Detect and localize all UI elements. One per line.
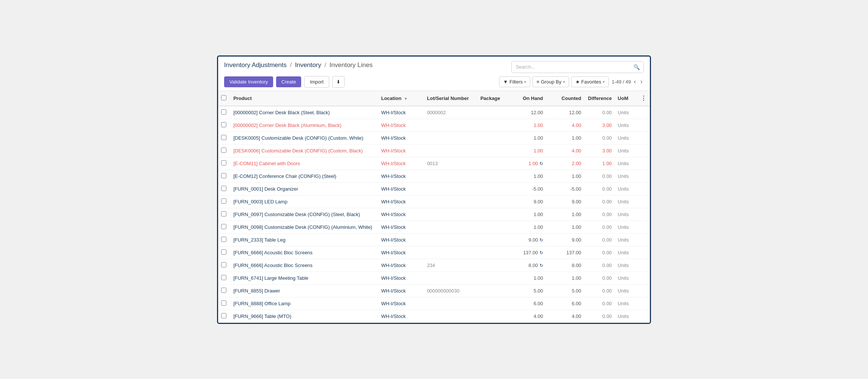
row-checkbox-cell[interactable] [218,284,230,297]
product-cell[interactable]: [FURN_8888] Office Lamp [230,297,378,310]
product-cell[interactable]: [FURN_0097] Customizable Desk (CONFIG) (… [230,208,378,221]
counted-header[interactable]: Counted [546,91,584,106]
product-link[interactable]: [FURN_2333] Table Leg [233,237,285,243]
product-cell[interactable]: [00000002] Corner Desk Black (Aluminium,… [230,119,378,131]
row-checkbox-cell[interactable] [218,144,230,157]
lot-header[interactable]: Lot/Serial Number [424,91,477,106]
counted-cell[interactable]: 2.00 [546,157,584,170]
row-checkbox[interactable] [221,249,226,255]
location-link[interactable]: WH-I/Stock [381,135,406,141]
location-link[interactable]: WH-I/Stock [381,275,406,281]
row-checkbox-cell[interactable] [218,310,230,322]
row-checkbox-cell[interactable] [218,259,230,272]
col-options-header[interactable]: ⋮ [638,91,650,106]
row-checkbox-cell[interactable] [218,246,230,259]
row-checkbox[interactable] [221,135,226,140]
location-link[interactable]: WH-I/Stock [381,263,406,268]
location-link[interactable]: WH-I/Stock [381,173,406,179]
location-link[interactable]: WH-I/Stock [381,110,406,115]
location-cell[interactable]: WH-I/Stock [378,208,424,221]
location-link[interactable]: WH-I/Stock [381,161,406,166]
location-header[interactable]: Location ▼ [378,91,424,106]
select-all-header[interactable] [218,91,230,106]
product-link[interactable]: [FURN_8855] Drawer [233,288,280,294]
counted-cell[interactable]: 137.00 [546,246,584,259]
product-cell[interactable]: [E-COM11] Cabinet with Doors [230,157,378,170]
counted-cell[interactable]: -5.00 [546,182,584,195]
row-checkbox[interactable] [221,288,226,293]
location-cell[interactable]: WH-I/Stock [378,272,424,284]
row-checkbox[interactable] [221,160,226,166]
location-cell[interactable]: WH-I/Stock [378,106,424,119]
filters-button[interactable]: ▼ Filters ▾ [499,76,530,87]
package-header[interactable]: Package [477,91,508,106]
product-link[interactable]: [FURN_0003] LED Lamp [233,199,288,204]
product-link[interactable]: [E-COM12] Conference Chair (CONFIG) (Ste… [233,173,336,179]
location-link[interactable]: WH-I/Stock [381,250,406,255]
location-link[interactable]: WH-I/Stock [381,186,406,192]
row-checkbox[interactable] [221,237,226,242]
location-cell[interactable]: WH-I/Stock [378,233,424,246]
product-cell[interactable]: [DESK0005] Customizable Desk (CONFIG) (C… [230,131,378,144]
location-cell[interactable]: WH-I/Stock [378,144,424,157]
row-checkbox[interactable] [221,148,226,153]
import-button[interactable]: Import [304,76,329,88]
row-checkbox-cell[interactable] [218,131,230,144]
counted-cell[interactable]: 1.00 [546,208,584,221]
row-checkbox-cell[interactable] [218,208,230,221]
product-link[interactable]: [E-COM11] Cabinet with Doors [233,161,300,166]
product-cell[interactable]: [DESK0006] Customizable Desk (CONFIG) (C… [230,144,378,157]
counted-cell[interactable]: 1.00 [546,131,584,144]
location-cell[interactable]: WH-I/Stock [378,297,424,310]
row-checkbox[interactable] [221,313,226,318]
row-checkbox-cell[interactable] [218,297,230,310]
row-checkbox[interactable] [221,186,226,191]
row-checkbox[interactable] [221,224,226,229]
location-link[interactable]: WH-I/Stock [381,148,406,154]
location-cell[interactable]: WH-I/Stock [378,259,424,272]
product-cell[interactable]: [FURN_6741] Large Meeting Table [230,272,378,284]
row-checkbox-cell[interactable] [218,233,230,246]
location-cell[interactable]: WH-I/Stock [378,157,424,170]
product-link[interactable]: [DESK0006] Customizable Desk (CONFIG) (C… [233,148,363,154]
row-checkbox-cell[interactable] [218,170,230,182]
create-button[interactable]: Create [276,76,301,87]
row-checkbox-cell[interactable] [218,182,230,195]
location-link[interactable]: WH-I/Stock [381,122,406,128]
breadcrumb-part1[interactable]: Inventory Adjustments [224,61,287,69]
location-cell[interactable]: WH-I/Stock [378,131,424,144]
location-link[interactable]: WH-I/Stock [381,199,406,204]
location-cell[interactable]: WH-I/Stock [378,182,424,195]
breadcrumb-part2[interactable]: Inventory [295,61,321,69]
location-link[interactable]: WH-I/Stock [381,237,406,243]
download-button[interactable]: ⬇ [332,76,345,88]
row-checkbox-cell[interactable] [218,157,230,170]
row-checkbox[interactable] [221,122,226,127]
counted-cell[interactable]: 8.00 [546,259,584,272]
location-cell[interactable]: WH-I/Stock [378,246,424,259]
select-all-checkbox[interactable] [221,95,226,100]
row-checkbox[interactable] [221,211,226,216]
location-link[interactable]: WH-I/Stock [381,212,406,217]
counted-cell[interactable]: 1.00 [546,272,584,284]
row-checkbox-cell[interactable] [218,119,230,131]
product-cell[interactable]: [FURN_9666] Table (MTO) [230,310,378,322]
row-checkbox-cell[interactable] [218,221,230,233]
product-link[interactable]: [00000002] Corner Desk Black (Steel, Bla… [233,110,330,115]
row-checkbox[interactable] [221,275,226,280]
location-link[interactable]: WH-I/Stock [381,224,406,230]
counted-cell[interactable]: 12.00 [546,106,584,119]
search-button[interactable]: 🔍 [630,61,644,73]
row-checkbox[interactable] [221,262,226,267]
refresh-icon[interactable]: ↻ [540,250,543,255]
counted-cell[interactable]: 9.00 [546,233,584,246]
uom-header[interactable]: UoM [615,91,638,106]
counted-cell[interactable]: 4.00 [546,119,584,131]
counted-cell[interactable]: 5.00 [546,284,584,297]
location-link[interactable]: WH-I/Stock [381,301,406,306]
product-cell[interactable]: [FURN_6666] Acoustic Bloc Screens [230,259,378,272]
onhand-header[interactable]: On Hand [508,91,546,106]
product-cell[interactable]: [FURN_0003] LED Lamp [230,195,378,208]
location-cell[interactable]: WH-I/Stock [378,119,424,131]
refresh-icon[interactable]: ↻ [540,161,543,166]
